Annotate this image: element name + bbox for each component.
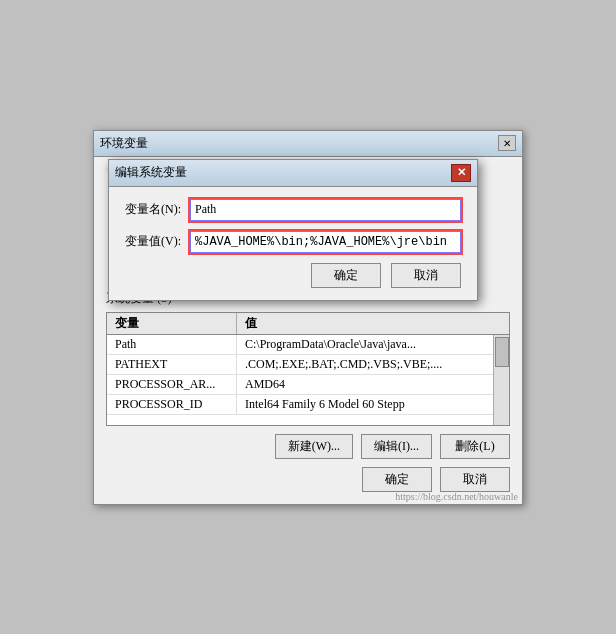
inner-dialog-title: 编辑系统变量 (115, 164, 187, 181)
row-value: Intel64 Family 6 Model 60 Stepp (237, 395, 509, 414)
inner-dialog-body: 变量名(N): 变量值(V): 确定 取消 (109, 187, 477, 300)
system-var-buttons: 新建(W)... 编辑(I)... 删除(L) (106, 434, 510, 459)
table-row[interactable]: PROCESSOR_ID Intel64 Family 6 Model 60 S… (107, 395, 509, 415)
inner-close-button[interactable]: ✕ (451, 164, 471, 182)
outer-titlebar: 环境变量 ✕ (94, 131, 522, 157)
name-label: 变量名(N): (125, 201, 190, 218)
row-variable: Path (107, 335, 237, 354)
watermark: https://blog.csdn.net/houwanle (395, 491, 518, 502)
outer-close-button[interactable]: ✕ (498, 135, 516, 151)
row-value: AMD64 (237, 375, 509, 394)
inner-confirm-buttons: 确定 取消 (125, 263, 461, 290)
outer-confirm-button[interactable]: 确定 (362, 467, 432, 492)
row-variable: PATHEXT (107, 355, 237, 374)
inner-edit-dialog: 编辑系统变量 ✕ 变量名(N): 变量值(V): 确定 取消 (108, 159, 478, 301)
scrollbar-thumb[interactable] (495, 337, 509, 367)
row-value: .COM;.EXE;.BAT;.CMD;.VBS;.VBE;.... (237, 355, 509, 374)
edit-button[interactable]: 编辑(I)... (361, 434, 432, 459)
outer-environment-dialog: 环境变量 ✕ · · · 的用户变量(N) 系统变量 (S) 变量 值 Path… (93, 130, 523, 505)
table-scrollbar[interactable] (493, 335, 509, 425)
name-input[interactable] (190, 199, 461, 221)
table-row[interactable]: PATHEXT .COM;.EXE;.BAT;.CMD;.VBS;.VBE;..… (107, 355, 509, 375)
table-row[interactable]: Path C:\ProgramData\Oracle\Java\java... (107, 335, 509, 355)
row-variable: PROCESSOR_AR... (107, 375, 237, 394)
col-header-value: 值 (237, 313, 509, 334)
variable-name-row: 变量名(N): (125, 199, 461, 221)
system-variables-table: 变量 值 Path C:\ProgramData\Oracle\Java\jav… (106, 312, 510, 426)
row-variable: PROCESSOR_ID (107, 395, 237, 414)
variable-value-row: 变量值(V): (125, 231, 461, 253)
value-label: 变量值(V): (125, 233, 190, 250)
outer-dialog-title: 环境变量 (100, 135, 148, 152)
inner-titlebar: 编辑系统变量 ✕ (109, 160, 477, 187)
value-input[interactable] (190, 231, 461, 253)
new-button[interactable]: 新建(W)... (275, 434, 353, 459)
inner-cancel-button[interactable]: 取消 (391, 263, 461, 288)
table-row[interactable]: PROCESSOR_AR... AMD64 (107, 375, 509, 395)
outer-cancel-button[interactable]: 取消 (440, 467, 510, 492)
table-body: Path C:\ProgramData\Oracle\Java\java... … (107, 335, 509, 425)
row-value: C:\ProgramData\Oracle\Java\java... (237, 335, 509, 354)
table-header: 变量 值 (107, 313, 509, 335)
delete-button[interactable]: 删除(L) (440, 434, 510, 459)
col-header-variable: 变量 (107, 313, 237, 334)
inner-confirm-button[interactable]: 确定 (311, 263, 381, 288)
inner-dialog-container: 编辑系统变量 ✕ 变量名(N): 变量值(V): 确定 取消 (108, 159, 478, 301)
